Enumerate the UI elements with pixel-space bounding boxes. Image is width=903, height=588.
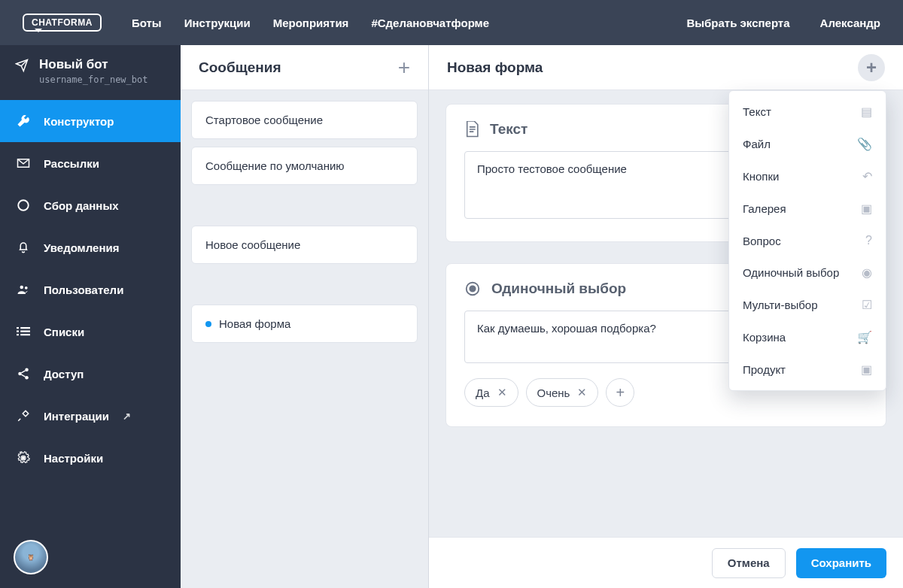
reply-icon: ↶ (862, 169, 872, 183)
message-item-newform[interactable]: Новая форма (191, 305, 418, 343)
svg-point-10 (18, 372, 22, 376)
svg-point-12 (22, 456, 26, 460)
sidebar-item-label: Интеграции (44, 410, 109, 423)
sidebar-item-data[interactable]: Сбор данных (0, 184, 181, 226)
messages-column: Сообщения + Стартовое сообщение Сообщени… (181, 45, 429, 588)
svg-rect-6 (20, 331, 30, 332)
cart-icon: 🛒 (857, 330, 872, 344)
form-column: Новая форма + Текст▤ Файл📎 Кнопки↶ Галер… (429, 45, 903, 588)
svg-point-0 (18, 200, 29, 211)
dd-item-buttons[interactable]: Кнопки↶ (729, 160, 886, 192)
bot-username: username_for_new_bot (39, 74, 148, 85)
sidebar-item-label: Доступ (44, 368, 84, 380)
mail-icon (17, 158, 30, 168)
nav-hashtag[interactable]: #Сделановчатформе (371, 17, 489, 29)
sidebar-item-notifications[interactable]: Уведомления (0, 226, 181, 268)
gear-icon (17, 451, 30, 465)
remove-icon[interactable]: ✕ (497, 386, 507, 399)
sidebar-item-mailings[interactable]: Рассылки (0, 142, 181, 184)
avatar[interactable]: 🦉 (14, 540, 48, 574)
file-text-icon (464, 121, 479, 138)
sidebar-item-label: Сбор данных (44, 199, 119, 212)
sidebar-item-label: Пользователи (44, 283, 123, 296)
block-title-text: Одиночный выбор (491, 280, 626, 297)
dd-item-file[interactable]: Файл📎 (729, 128, 886, 160)
bell-icon (17, 241, 30, 254)
dd-item-cart[interactable]: Корзина🛒 (729, 321, 886, 353)
block-title-text: Текст (490, 121, 528, 138)
messages-header: Сообщения + (181, 45, 428, 90)
file-text-icon: ▤ (861, 105, 872, 119)
sidebar-item-label: Рассылки (44, 157, 99, 170)
list-icon (17, 326, 30, 337)
sidebar-item-label: Конструктор (44, 115, 114, 128)
share-icon (17, 367, 30, 380)
nav-instructions[interactable]: Инструкции (184, 17, 251, 29)
form-header: Новая форма + (429, 45, 903, 90)
save-button[interactable]: Сохранить (796, 548, 886, 578)
radio-icon (464, 280, 481, 297)
add-choice-button[interactable]: + (606, 378, 634, 407)
choice-chip-1[interactable]: Да✕ (464, 378, 518, 407)
form-title: Новая форма (447, 59, 543, 76)
message-item-start[interactable]: Стартовое сообщение (191, 101, 418, 139)
svg-rect-3 (17, 327, 19, 329)
sidebar-item-settings[interactable]: Настройки (0, 437, 181, 479)
svg-point-9 (25, 368, 29, 372)
svg-point-2 (25, 286, 28, 289)
cancel-button[interactable]: Отмена (712, 548, 786, 578)
add-message-button[interactable]: + (398, 56, 410, 80)
dd-item-single[interactable]: Одиночный выбор◉ (729, 256, 886, 289)
dd-item-question[interactable]: Вопрос? (729, 225, 886, 256)
radio-icon: ◉ (862, 265, 872, 280)
bot-header[interactable]: Новый бот username_for_new_bot (0, 45, 181, 100)
checkbox-icon: ☑ (862, 298, 872, 312)
image-icon: ▣ (861, 202, 872, 216)
svg-rect-7 (17, 334, 19, 335)
sidebar-item-label: Списки (44, 326, 84, 338)
svg-rect-5 (17, 331, 19, 332)
choice-chip-2[interactable]: Очень✕ (526, 378, 599, 407)
sidebar-item-constructor[interactable]: Конструктор (0, 100, 181, 142)
users-icon (17, 283, 30, 296)
wrench-icon (17, 114, 30, 128)
sidebar-item-access[interactable]: Доступ (0, 353, 181, 395)
dd-item-gallery[interactable]: Галерея▣ (729, 192, 886, 225)
sidebar-item-lists[interactable]: Списки (0, 311, 181, 353)
remove-icon[interactable]: ✕ (577, 386, 587, 399)
svg-point-14 (470, 286, 475, 291)
nav-bots[interactable]: Боты (132, 17, 162, 29)
svg-point-1 (20, 286, 24, 289)
dd-item-text[interactable]: Текст▤ (729, 95, 886, 128)
messages-title: Сообщения (199, 59, 281, 76)
svg-rect-8 (20, 334, 30, 335)
user-name[interactable]: Александр (820, 17, 880, 29)
form-footer: Отмена Сохранить (429, 537, 903, 588)
sidebar: Новый бот username_for_new_bot Конструкт… (0, 45, 181, 588)
external-icon: ↗ (123, 411, 131, 422)
bot-title: Новый бот (39, 57, 148, 72)
sidebar-item-label: Уведомления (44, 241, 119, 254)
topbar: CHATFORMA Боты Инструкции Мероприятия #С… (0, 0, 903, 45)
top-nav: Боты Инструкции Мероприятия #Сделановчат… (132, 17, 489, 29)
block-type-dropdown: Текст▤ Файл📎 Кнопки↶ Галерея▣ Вопрос? Од… (728, 90, 886, 391)
telegram-icon (15, 57, 29, 74)
message-item-default[interactable]: Сообщение по умолчанию (191, 147, 418, 185)
box-icon: ▣ (861, 362, 872, 377)
dd-item-multi[interactable]: Мульти-выбор☑ (729, 289, 886, 321)
message-item-new[interactable]: Новое сообщение (191, 226, 418, 264)
nav-events[interactable]: Мероприятия (273, 17, 349, 29)
svg-rect-4 (20, 327, 30, 329)
svg-point-11 (25, 376, 29, 380)
paperclip-icon: 📎 (857, 137, 872, 151)
sidebar-item-label: Настройки (44, 452, 103, 465)
question-icon: ? (865, 234, 872, 247)
choose-expert-link[interactable]: Выбрать эксперта (686, 17, 789, 29)
plug-icon (17, 409, 30, 423)
dd-item-product[interactable]: Продукт▣ (729, 353, 886, 386)
sidebar-item-users[interactable]: Пользователи (0, 268, 181, 311)
sidebar-item-integrations[interactable]: Интеграции ↗ (0, 395, 181, 437)
add-block-button[interactable]: + (858, 54, 885, 81)
logo[interactable]: CHATFORMA (23, 14, 102, 32)
refresh-icon (17, 199, 30, 212)
